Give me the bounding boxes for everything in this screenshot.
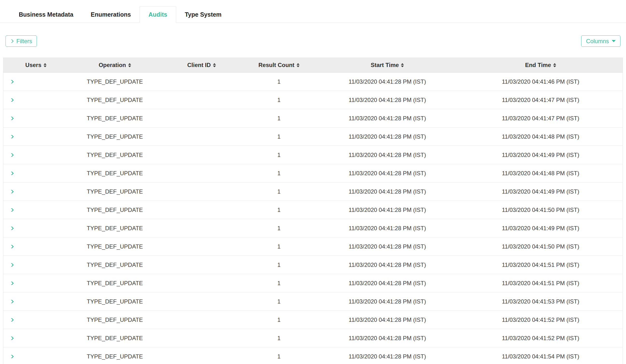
expand-chevron-icon[interactable] (9, 80, 14, 83)
cell-users (3, 318, 68, 322)
cell-operation: TYPE_DEF_UPDATE (68, 97, 161, 103)
expand-chevron-icon[interactable] (9, 336, 14, 340)
cell-operation: TYPE_DEF_UPDATE (68, 262, 161, 268)
cell-end-time: 11/03/2020 04:41:50 PM (IST) (459, 206, 623, 213)
cell-end-time: 11/03/2020 04:41:49 PM (IST) (459, 152, 623, 158)
sort-icon (213, 63, 216, 67)
chevron-right-icon (10, 39, 14, 43)
table-row: TYPE_DEF_UPDATE 1 11/03/2020 04:41:28 PM… (3, 201, 623, 219)
tab-bar: Business Metadata Enumerations Audits Ty… (0, 0, 626, 23)
column-label: Users (25, 62, 41, 69)
expand-chevron-icon[interactable] (9, 263, 14, 267)
table-row: TYPE_DEF_UPDATE 1 11/03/2020 04:41:28 PM… (3, 256, 623, 274)
table-row: TYPE_DEF_UPDATE 1 11/03/2020 04:41:28 PM… (3, 91, 623, 109)
columns-button[interactable]: Columns (581, 36, 621, 47)
columns-button-label: Columns (586, 38, 609, 44)
cell-result-count: 1 (242, 280, 316, 287)
expand-chevron-icon[interactable] (9, 98, 14, 102)
cell-result-count: 1 (242, 335, 316, 342)
cell-result-count: 1 (242, 298, 316, 305)
column-header-start-time[interactable]: Start Time (316, 62, 459, 69)
cell-result-count: 1 (242, 78, 316, 85)
table-row: TYPE_DEF_UPDATE 1 11/03/2020 04:41:28 PM… (3, 311, 623, 329)
table-row: TYPE_DEF_UPDATE 1 11/03/2020 04:41:28 PM… (3, 347, 623, 364)
column-label: End Time (525, 62, 551, 69)
column-header-client-id[interactable]: Client ID (161, 62, 242, 69)
cell-end-time: 11/03/2020 04:41:52 PM (IST) (459, 317, 623, 323)
cell-users (3, 227, 68, 230)
cell-result-count: 1 (242, 317, 316, 323)
cell-users (3, 172, 68, 175)
cell-result-count: 1 (242, 188, 316, 195)
sort-icon (44, 63, 46, 67)
cell-end-time: 11/03/2020 04:41:52 PM (IST) (459, 335, 623, 342)
cell-operation: TYPE_DEF_UPDATE (68, 298, 161, 305)
expand-chevron-icon[interactable] (9, 190, 14, 193)
cell-end-time: 11/03/2020 04:41:49 PM (IST) (459, 225, 623, 232)
column-header-users[interactable]: Users (3, 62, 68, 69)
table-row: TYPE_DEF_UPDATE 1 11/03/2020 04:41:28 PM… (3, 109, 623, 127)
sort-icon (553, 63, 556, 67)
cell-end-time: 11/03/2020 04:41:53 PM (IST) (459, 298, 623, 305)
column-label: Result Count (258, 62, 294, 69)
cell-users (3, 153, 68, 157)
cell-end-time: 11/03/2020 04:41:51 PM (IST) (459, 262, 623, 268)
audits-table: Users Operation Client ID Result Count S… (3, 58, 623, 364)
cell-users (3, 300, 68, 303)
cell-end-time: 11/03/2020 04:41:54 PM (IST) (459, 353, 623, 360)
table-row: TYPE_DEF_UPDATE 1 11/03/2020 04:41:28 PM… (3, 146, 623, 164)
caret-down-icon (612, 40, 616, 42)
cell-start-time: 11/03/2020 04:41:28 PM (IST) (316, 262, 459, 268)
cell-start-time: 11/03/2020 04:41:28 PM (IST) (316, 206, 459, 213)
table-row: TYPE_DEF_UPDATE 1 11/03/2020 04:41:28 PM… (3, 182, 623, 201)
column-header-operation[interactable]: Operation (68, 62, 161, 69)
cell-users (3, 245, 68, 248)
expand-chevron-icon[interactable] (9, 117, 14, 120)
cell-result-count: 1 (242, 243, 316, 250)
cell-start-time: 11/03/2020 04:41:28 PM (IST) (316, 317, 459, 323)
table-row: TYPE_DEF_UPDATE 1 11/03/2020 04:41:28 PM… (3, 219, 623, 238)
cell-operation: TYPE_DEF_UPDATE (68, 225, 161, 232)
table-row: TYPE_DEF_UPDATE 1 11/03/2020 04:41:28 PM… (3, 127, 623, 146)
tab-audits[interactable]: Audits (140, 6, 176, 23)
cell-operation: TYPE_DEF_UPDATE (68, 243, 161, 250)
cell-result-count: 1 (242, 206, 316, 213)
table-header-row: Users Operation Client ID Result Count S… (3, 58, 623, 73)
expand-chevron-icon[interactable] (9, 355, 14, 358)
column-header-end-time[interactable]: End Time (459, 62, 623, 69)
cell-operation: TYPE_DEF_UPDATE (68, 170, 161, 177)
expand-chevron-icon[interactable] (9, 245, 14, 248)
expand-chevron-icon[interactable] (9, 153, 14, 157)
cell-start-time: 11/03/2020 04:41:28 PM (IST) (316, 188, 459, 195)
cell-users (3, 80, 68, 83)
column-header-result-count[interactable]: Result Count (242, 62, 316, 69)
table-body: TYPE_DEF_UPDATE 1 11/03/2020 04:41:28 PM… (3, 73, 623, 364)
expand-chevron-icon[interactable] (9, 208, 14, 212)
cell-operation: TYPE_DEF_UPDATE (68, 115, 161, 122)
cell-users (3, 117, 68, 120)
cell-users (3, 355, 68, 358)
expand-chevron-icon[interactable] (9, 135, 14, 138)
table-row: TYPE_DEF_UPDATE 1 11/03/2020 04:41:28 PM… (3, 73, 623, 91)
expand-chevron-icon[interactable] (9, 318, 14, 322)
expand-chevron-icon[interactable] (9, 172, 14, 175)
tab-type-system[interactable]: Type System (176, 6, 230, 23)
cell-operation: TYPE_DEF_UPDATE (68, 78, 161, 85)
cell-start-time: 11/03/2020 04:41:28 PM (IST) (316, 133, 459, 140)
filters-button[interactable]: Filters (5, 36, 37, 47)
tab-enumerations[interactable]: Enumerations (82, 6, 140, 23)
tab-business-metadata[interactable]: Business Metadata (10, 6, 82, 23)
cell-start-time: 11/03/2020 04:41:28 PM (IST) (316, 97, 459, 103)
cell-end-time: 11/03/2020 04:41:51 PM (IST) (459, 280, 623, 287)
cell-start-time: 11/03/2020 04:41:28 PM (IST) (316, 170, 459, 177)
column-label: Start Time (371, 62, 399, 69)
cell-start-time: 11/03/2020 04:41:28 PM (IST) (316, 353, 459, 360)
cell-operation: TYPE_DEF_UPDATE (68, 152, 161, 158)
expand-chevron-icon[interactable] (9, 282, 14, 285)
cell-users (3, 263, 68, 267)
expand-chevron-icon[interactable] (9, 227, 14, 230)
cell-operation: TYPE_DEF_UPDATE (68, 335, 161, 342)
expand-chevron-icon[interactable] (9, 300, 14, 303)
cell-users (3, 98, 68, 102)
cell-result-count: 1 (242, 170, 316, 177)
